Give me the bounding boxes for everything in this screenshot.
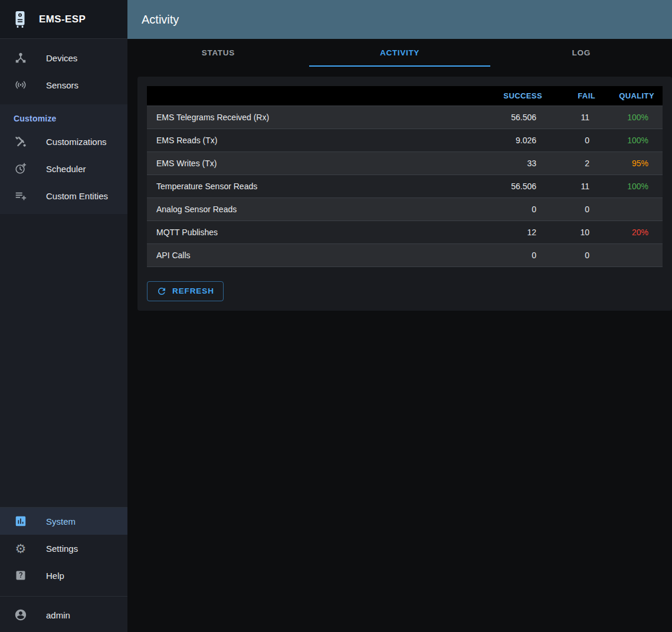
sidebar-item-label: Sensors — [46, 80, 78, 90]
row-fail: 0 — [550, 198, 604, 220]
table-row: EMS Reads (Tx) 9.026 0 100% — [147, 129, 663, 152]
sidebar-item-sensors[interactable]: Sensors — [0, 71, 127, 98]
header-quality: QUALITY — [604, 86, 663, 106]
activity-table: SUCCESS FAIL QUALITY EMS Telegrams Recei… — [147, 86, 663, 267]
app-window: EMS-ESP Devices Se — [0, 0, 672, 632]
row-success: 33 — [484, 152, 550, 175]
refresh-icon — [156, 286, 167, 297]
row-name: EMS Telegrams Received (Rx) — [147, 106, 484, 129]
sidebar-nav: Devices Sensors — [0, 39, 127, 98]
row-success: 0 — [484, 198, 550, 220]
table-row: MQTT Publishes 12 10 20% — [147, 220, 663, 243]
customize-section-header: Customize — [0, 107, 127, 128]
table-row: Analog Sensor Reads 0 0 — [147, 198, 663, 220]
row-success: 9.026 — [484, 129, 550, 152]
page-title: Activity — [142, 13, 179, 27]
sidebar-item-label: System — [46, 516, 76, 526]
activity-card: SUCCESS FAIL QUALITY EMS Telegrams Recei… — [137, 77, 672, 311]
customize-section: Customize Customizations — [0, 104, 127, 214]
row-quality — [604, 198, 663, 220]
sensors-icon — [14, 78, 28, 92]
row-fail: 2 — [550, 152, 604, 175]
row-success: 0 — [484, 243, 550, 266]
row-fail: 0 — [550, 243, 604, 266]
row-quality: 100% — [604, 106, 663, 129]
row-name: EMS Writes (Tx) — [147, 152, 484, 175]
tab-status[interactable]: STATUS — [127, 39, 309, 67]
sidebar-item-system[interactable]: System — [0, 508, 127, 535]
tab-bar: STATUS ACTIVITY LOG — [127, 39, 672, 67]
row-name: API Calls — [147, 243, 484, 266]
sidebar-bottom-section: System ⚙ Settings Help — [0, 507, 127, 596]
sidebar-item-label: Devices — [46, 53, 77, 63]
row-quality — [604, 243, 663, 266]
row-fail: 10 — [550, 220, 604, 243]
sidebar-item-custom-entities[interactable]: Custom Entities — [0, 182, 127, 209]
row-name: MQTT Publishes — [147, 220, 484, 243]
row-quality: 95% — [604, 152, 663, 175]
tab-log[interactable]: LOG — [490, 39, 672, 67]
table-row: API Calls 0 0 — [147, 243, 663, 266]
table-header-row: SUCCESS FAIL QUALITY — [147, 86, 663, 106]
sidebar-header: EMS-ESP — [0, 0, 127, 39]
refresh-button-label: REFRESH — [172, 287, 214, 295]
help-icon — [14, 568, 28, 582]
row-name: Temperature Sensor Reads — [147, 175, 484, 198]
ems-esp-logo-icon — [7, 5, 33, 34]
gear-icon: ⚙ — [14, 541, 28, 555]
sidebar-item-label: Settings — [46, 544, 78, 554]
row-fail: 11 — [550, 106, 604, 129]
app-bar: Activity — [127, 0, 672, 39]
sidebar-item-customizations[interactable]: Customizations — [0, 128, 127, 155]
sidebar-item-label: Help — [46, 571, 64, 581]
sidebar-item-label: Customizations — [46, 137, 107, 147]
refresh-button[interactable]: REFRESH — [147, 281, 224, 301]
bar-chart-icon — [14, 514, 28, 528]
sidebar-item-devices[interactable]: Devices — [0, 44, 127, 71]
row-name: Analog Sensor Reads — [147, 198, 484, 220]
header-success: SUCCESS — [484, 86, 550, 106]
row-success: 56.506 — [484, 175, 550, 198]
row-fail: 0 — [550, 129, 604, 152]
header-fail: FAIL — [550, 86, 604, 106]
row-fail: 11 — [550, 175, 604, 198]
clock-plus-icon — [14, 162, 28, 176]
row-quality: 20% — [604, 220, 663, 243]
device-hub-icon — [14, 51, 28, 65]
playlist-add-icon — [14, 189, 28, 203]
user-name: admin — [46, 610, 70, 620]
sidebar-item-scheduler[interactable]: Scheduler — [0, 155, 127, 182]
sidebar-item-label: Custom Entities — [46, 191, 108, 201]
tab-activity[interactable]: ACTIVITY — [309, 39, 491, 67]
brand-title: EMS-ESP — [39, 14, 86, 25]
row-name: EMS Reads (Tx) — [147, 129, 484, 152]
tools-icon — [14, 134, 28, 149]
row-quality: 100% — [604, 129, 663, 152]
row-success: 12 — [484, 220, 550, 243]
main-area: Activity STATUS ACTIVITY LOG SUCCESS FAI… — [127, 0, 672, 632]
sidebar-item-settings[interactable]: ⚙ Settings — [0, 535, 127, 562]
table-row: EMS Telegrams Received (Rx) 56.506 11 10… — [147, 106, 663, 129]
row-success: 56.506 — [484, 106, 550, 129]
sidebar-user-section: admin — [0, 596, 127, 632]
table-row: EMS Writes (Tx) 33 2 95% — [147, 152, 663, 175]
sidebar-item-user[interactable]: admin — [0, 601, 127, 628]
header-name — [147, 86, 484, 106]
sidebar-item-label: Scheduler — [46, 164, 86, 174]
sidebar: EMS-ESP Devices Se — [0, 0, 127, 632]
table-row: Temperature Sensor Reads 56.506 11 100% — [147, 175, 663, 198]
sidebar-item-help[interactable]: Help — [0, 562, 127, 589]
account-circle-icon — [14, 608, 28, 622]
row-quality: 100% — [604, 175, 663, 198]
